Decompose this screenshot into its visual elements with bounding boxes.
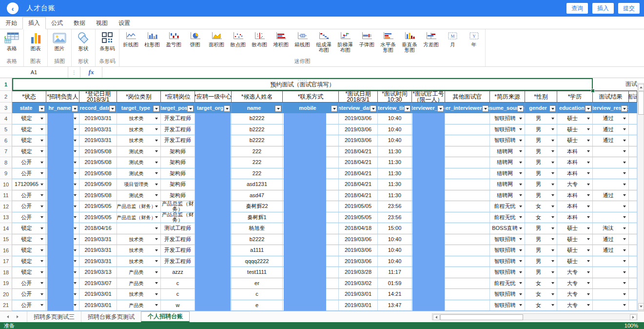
cell-target_org-row16[interactable] xyxy=(195,245,232,256)
cell-interview_result-row14[interactable]: 淘汰 xyxy=(593,223,629,234)
cell-dropdown-icon[interactable] xyxy=(155,150,158,152)
cell-hr_name-row6[interactable] xyxy=(46,135,79,146)
cell-target_post-row15[interactable]: 开发工程师 xyxy=(161,234,195,246)
cell-resume_source-row8[interactable]: 猎聘网 xyxy=(490,157,525,168)
cell-state-row18[interactable]: 锁定 xyxy=(12,267,46,278)
cell-gender-row18[interactable]: 男 xyxy=(525,267,557,278)
cell-resume_source-row15[interactable]: 智联招聘 xyxy=(490,234,525,246)
scroll-left-button[interactable] xyxy=(433,314,440,320)
cell-interview_date-row9[interactable]: 2018/04/21 xyxy=(339,168,378,180)
formula-input[interactable] xyxy=(102,67,644,78)
filter-dropdown-button[interactable] xyxy=(224,105,230,112)
cell-interview_time-row15[interactable]: 10:40 xyxy=(378,234,412,246)
cell-dropdown-icon[interactable] xyxy=(155,162,158,164)
cell-record_date-row8[interactable]: 2019/05/08 xyxy=(79,157,117,168)
cell-other_interviewer_no-row7[interactable] xyxy=(445,146,490,158)
cell-mobile-row11[interactable] xyxy=(283,190,339,202)
cell-target_type-row12[interactable]: 产品总监（财务） xyxy=(117,201,161,212)
cell-dropdown-icon[interactable] xyxy=(551,206,554,207)
cell-dropdown-icon[interactable] xyxy=(551,150,554,152)
cell-name-row14[interactable]: 杨旭奎 xyxy=(232,223,283,234)
cell-target_post-row10[interactable]: 架构师 xyxy=(161,179,195,190)
cell-mobile-row14[interactable] xyxy=(283,223,339,234)
cell-other_interviewer_no-row16[interactable] xyxy=(445,245,490,256)
cell-interview_result-row11[interactable]: 通过 xyxy=(593,190,629,202)
cell-target_org-row11[interactable] xyxy=(195,190,232,202)
sparkline-pie-button[interactable]: 饼图 xyxy=(184,31,206,48)
cell-dropdown-icon[interactable] xyxy=(40,150,43,152)
cell-dropdown-icon[interactable] xyxy=(551,238,554,240)
shapes-button[interactable]: 形状 xyxy=(72,31,95,52)
cell-resume_source-row16[interactable]: 智联招聘 xyxy=(490,245,525,256)
cell-dropdown-icon[interactable] xyxy=(623,271,626,273)
cell-target_post-row19[interactable]: c xyxy=(161,278,195,289)
cell-clipped-row5[interactable] xyxy=(629,124,637,136)
cell-mobile-row10[interactable] xyxy=(283,179,339,190)
cell-other_interviewer_no-row17[interactable] xyxy=(445,256,490,267)
row-header-6[interactable]: 6 xyxy=(0,135,12,146)
cell-hr_name-row13[interactable] xyxy=(46,212,79,224)
cell-target_org-row18[interactable] xyxy=(195,267,232,278)
cell-dropdown-icon[interactable] xyxy=(74,216,77,218)
cell-interview_date-row18[interactable]: 2019/03/28 xyxy=(339,267,378,278)
cell-education-row14[interactable]: 硕士 xyxy=(557,223,593,234)
cell-mobile-row20[interactable] xyxy=(283,289,339,300)
cell-dropdown-icon[interactable] xyxy=(623,162,626,164)
sparkline-line-button[interactable]: 折线图 xyxy=(120,31,141,48)
field-header-interviewer_no[interactable]: interviewer_no xyxy=(412,103,445,113)
cell-record_date-row14[interactable]: 2018/04/16 xyxy=(79,223,117,234)
name-box[interactable]: A1 xyxy=(0,67,68,78)
cell-interview_date-row11[interactable]: 2018/04/21 xyxy=(339,190,378,202)
cell-mobile-row8[interactable] xyxy=(283,157,339,168)
cell-target_type-row18[interactable]: 产品类 xyxy=(117,267,161,278)
cell-name-row15[interactable]: b2222 xyxy=(232,234,283,246)
cell-name-row4[interactable]: b2222 xyxy=(232,113,283,124)
cell-clipped-row17[interactable] xyxy=(629,256,637,267)
barcode-button[interactable]: 条形码 xyxy=(96,31,118,52)
row-header-11[interactable]: 11 xyxy=(0,190,12,202)
cell-dropdown-icon[interactable] xyxy=(587,238,590,240)
cell-dropdown-icon[interactable] xyxy=(551,162,554,164)
cell-interview_time-row13[interactable]: 23:56 xyxy=(378,212,412,224)
cell-gender-row9[interactable]: 男 xyxy=(525,168,557,180)
cell-interview_result-row7[interactable] xyxy=(593,146,629,158)
horizontal-scrollbar[interactable] xyxy=(432,313,638,320)
cell-target_post-row9[interactable]: 架构师 xyxy=(161,168,195,180)
cell-clipped-row12[interactable] xyxy=(629,201,637,212)
filter-dropdown-button[interactable] xyxy=(153,105,159,112)
cell-resume_source-row10[interactable]: 猎聘网 xyxy=(490,179,525,190)
cell-target_org-row10[interactable] xyxy=(195,179,232,190)
cell-dropdown-icon[interactable] xyxy=(519,128,522,130)
cell-dropdown-icon[interactable] xyxy=(587,304,590,306)
cell-hr_name-row17[interactable] xyxy=(46,256,79,267)
cell-resume_source-row18[interactable]: 智联招聘 xyxy=(490,267,525,278)
cell-dropdown-icon[interactable] xyxy=(74,206,77,207)
cell-interview_time-row8[interactable]: 11:30 xyxy=(378,157,412,168)
cell-mobile-row4[interactable] xyxy=(283,113,339,124)
row-header-5[interactable]: 5 xyxy=(0,124,12,136)
insert-button[interactable]: 插入 xyxy=(592,3,614,14)
cell-interview_result-row9[interactable] xyxy=(593,168,629,180)
cell-interview_result-row21[interactable] xyxy=(593,300,629,311)
vertical-scrollbar-thumb[interactable] xyxy=(638,91,644,115)
field-header-resume_source[interactable]: resume_source xyxy=(490,103,525,113)
cell-target_post-row5[interactable]: 开发工程师 xyxy=(161,124,195,136)
cell-state-row13[interactable]: 公开 xyxy=(12,212,46,224)
cell-dropdown-icon[interactable] xyxy=(623,118,626,120)
row-header-17[interactable]: 17 xyxy=(0,256,12,267)
cell-clipped-row7[interactable] xyxy=(629,146,637,158)
cell-dropdown-icon[interactable] xyxy=(623,260,626,262)
cell-interview_time-row21[interactable]: 13:47 xyxy=(378,300,412,311)
cell-dropdown-icon[interactable] xyxy=(155,249,158,251)
cell-hr_name-row15[interactable] xyxy=(46,234,79,246)
cell-name-row10[interactable]: asd1231 xyxy=(232,179,283,190)
cell-target_org-row17[interactable] xyxy=(195,256,232,267)
column-header-clipped[interactable]: 面试 xyxy=(629,91,637,103)
cell-target_type-row6[interactable]: 技术类 xyxy=(117,135,161,146)
field-header-interview_date[interactable]: interview_date xyxy=(339,103,378,113)
cell-interviewer_no-row7[interactable] xyxy=(412,146,445,158)
cell-interview_date-row15[interactable]: 2019/03/06 xyxy=(339,234,378,246)
cell-record_date-row7[interactable]: 2019/05/08 xyxy=(79,146,117,158)
merged-title-cell[interactable]: ·····预约面试（面试官填写） xyxy=(12,78,593,91)
cell-clipped-row15[interactable] xyxy=(629,234,637,246)
